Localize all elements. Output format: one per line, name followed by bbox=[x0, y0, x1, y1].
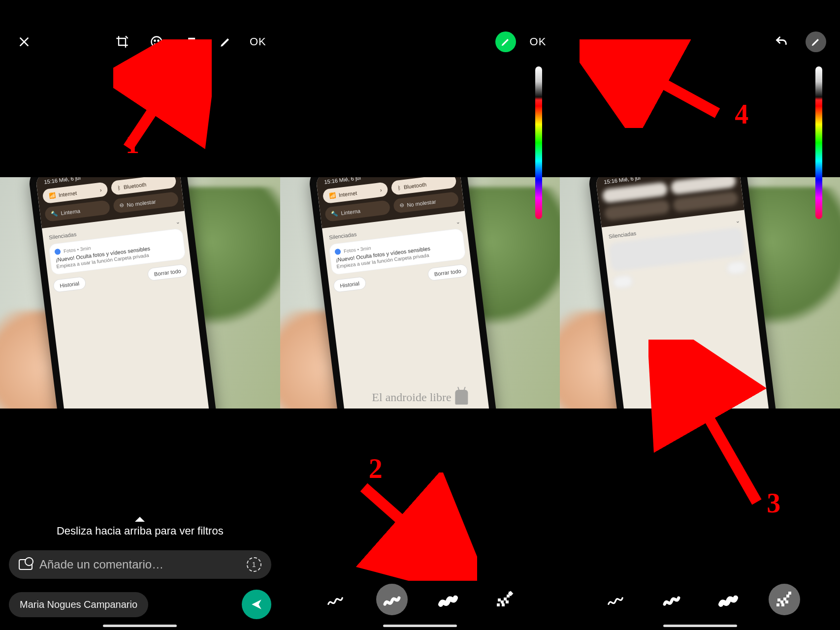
brush-medium-2[interactable] bbox=[656, 584, 687, 615]
annotation-arrow-2 bbox=[349, 472, 477, 581]
ok-button[interactable]: OK bbox=[250, 35, 266, 48]
annotation-label-4: 4 bbox=[735, 98, 748, 130]
crop-icon[interactable] bbox=[112, 32, 132, 52]
chevron-up-icon bbox=[135, 517, 145, 522]
screenshot-2: OK 15:16 Mié, 6 jul ❤ Hasta: 11:00 📶Inte… bbox=[280, 0, 560, 630]
svg-rect-17 bbox=[786, 595, 789, 598]
annotation-arrow-1 bbox=[113, 39, 212, 158]
phone-in-photo: 15:16 Mié, 6 jul ❤ Hasta: 11:00 📶Interne… bbox=[28, 177, 219, 409]
view-once-icon[interactable]: 1 bbox=[247, 557, 261, 572]
svg-rect-20 bbox=[785, 600, 788, 603]
screenshot-3: 15:16 Mié, 6 jul ❤ Hasta: 11:00 Silencia… bbox=[560, 0, 840, 630]
photo-preview: 15:16 Mié, 6 jul ❤ Hasta: 11:00 📶Interne… bbox=[0, 177, 280, 409]
brush-pixelate-selected[interactable] bbox=[769, 584, 800, 615]
watermark: El androide libre bbox=[372, 390, 468, 405]
chevron-down-icon: ⌄ bbox=[175, 219, 181, 225]
editor-toolbar-3 bbox=[560, 27, 840, 57]
brush-row bbox=[280, 584, 560, 615]
recipient-chip[interactable]: Maria Nogues Campanario bbox=[9, 592, 148, 617]
svg-rect-14 bbox=[780, 600, 783, 603]
brush-thick-2[interactable] bbox=[712, 584, 744, 615]
svg-line-12 bbox=[364, 487, 448, 561]
photo-preview-3: 15:16 Mié, 6 jul ❤ Hasta: 11:00 Silencia… bbox=[560, 177, 840, 409]
draw-icon-grey[interactable] bbox=[806, 32, 826, 52]
svg-rect-18 bbox=[788, 592, 791, 595]
tile-no-molestar: ⊖No molestar bbox=[113, 191, 179, 214]
caption-input-row[interactable]: Añade un comentario… 1 bbox=[9, 550, 271, 579]
svg-line-3 bbox=[128, 59, 187, 148]
annotation-label-2: 2 bbox=[369, 453, 383, 484]
annotation-label-3: 3 bbox=[767, 487, 780, 519]
color-slider-2[interactable] bbox=[815, 66, 822, 219]
send-button[interactable] bbox=[242, 590, 271, 619]
chip-historial: Historial bbox=[53, 277, 86, 292]
filters-hint[interactable]: Desliza hacia arriba para ver filtros bbox=[9, 517, 271, 537]
draw-icon[interactable] bbox=[215, 32, 236, 52]
editor-toolbar: OK bbox=[0, 27, 280, 57]
brush-pixelate[interactable] bbox=[489, 584, 520, 615]
filters-hint-text: Desliza hacia arriba para ver filtros bbox=[57, 525, 224, 537]
svg-rect-7 bbox=[504, 598, 507, 600]
color-slider[interactable] bbox=[535, 66, 542, 219]
svg-rect-19 bbox=[781, 603, 784, 606]
tile-linterna: 🔦Linterna bbox=[44, 200, 111, 222]
compose-area: Desliza hacia arriba para ver filtros Añ… bbox=[0, 512, 280, 630]
nav-bar-3 bbox=[663, 625, 737, 627]
svg-rect-16 bbox=[783, 598, 786, 600]
svg-rect-10 bbox=[502, 603, 505, 606]
text-icon[interactable] bbox=[181, 32, 201, 52]
svg-rect-6 bbox=[498, 598, 501, 601]
svg-rect-11 bbox=[506, 600, 509, 603]
svg-rect-15 bbox=[777, 598, 780, 601]
nav-bar-2 bbox=[383, 625, 457, 627]
caption-placeholder[interactable]: Añade un comentario… bbox=[39, 558, 240, 571]
notif-section: Silenciadas bbox=[49, 231, 77, 241]
svg-point-0 bbox=[151, 37, 162, 47]
phone-in-photo-2: 15:16 Mié, 6 jul ❤ Hasta: 11:00 📶Interne… bbox=[308, 177, 499, 409]
svg-rect-13 bbox=[776, 603, 779, 606]
svg-point-2 bbox=[158, 40, 159, 41]
svg-rect-8 bbox=[507, 595, 510, 598]
annotation-label-1: 1 bbox=[126, 128, 139, 159]
close-icon[interactable] bbox=[14, 32, 34, 52]
svg-rect-4 bbox=[497, 603, 500, 606]
draw-icon-active[interactable] bbox=[495, 32, 516, 52]
undo-icon[interactable] bbox=[771, 32, 792, 52]
brush-row-2 bbox=[560, 584, 840, 615]
emoji-icon[interactable] bbox=[146, 32, 167, 52]
phone-in-photo-pixelated: 15:16 Mié, 6 jul ❤ Hasta: 11:00 Silencia… bbox=[587, 177, 778, 409]
photo-preview-2: 15:16 Mié, 6 jul ❤ Hasta: 11:00 📶Interne… bbox=[280, 177, 560, 409]
ok-button-2[interactable]: OK bbox=[530, 35, 547, 48]
add-image-icon[interactable] bbox=[19, 559, 32, 570]
screenshot-1: OK 15:16 Mié, 6 jul ❤ Hasta: 11:00 📶Inte… bbox=[0, 0, 280, 630]
notif-app: Fotos • 3min bbox=[63, 245, 91, 254]
editor-toolbar-2: OK bbox=[280, 27, 560, 57]
brush-thick[interactable] bbox=[432, 584, 464, 615]
svg-point-1 bbox=[154, 40, 155, 41]
android-icon bbox=[455, 390, 468, 405]
brush-thin[interactable] bbox=[320, 584, 351, 615]
chip-borrar: Borrar todo bbox=[148, 264, 188, 281]
brush-thin-2[interactable] bbox=[600, 584, 631, 615]
brush-medium-selected[interactable] bbox=[376, 584, 408, 615]
phone-time: 15:16 Mié, 6 jul bbox=[44, 177, 81, 186]
svg-line-22 bbox=[609, 54, 717, 113]
svg-rect-5 bbox=[501, 600, 504, 603]
